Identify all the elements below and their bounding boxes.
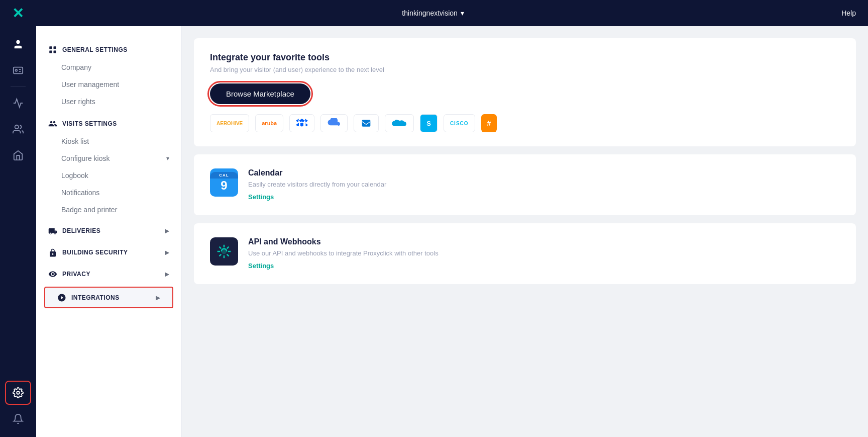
api-title: API and Webhooks (248, 237, 439, 246)
sidebar-item-kiosk-list[interactable]: Kiosk list (36, 133, 181, 150)
sidebar-item-user-management[interactable]: User management (36, 76, 181, 93)
api-webhooks-card: API and Webhooks Use our API and webhook… (194, 223, 856, 284)
privacy-arrow: ▶ (165, 271, 169, 278)
svg-point-2 (16, 69, 18, 71)
sidebar-item-logbook[interactable]: Logbook (36, 167, 181, 184)
calendar-desc: Easily create visitors directly from you… (248, 181, 386, 188)
browse-marketplace-button[interactable]: Browse Marketplace (210, 83, 310, 104)
integrate-title: Integrate your favorite tools (210, 52, 840, 63)
privacy-left: PRIVACY (48, 270, 90, 279)
svg-point-0 (16, 40, 20, 44)
svg-rect-8 (54, 51, 56, 53)
svg-rect-5 (49, 47, 52, 49)
privacy-label: PRIVACY (62, 271, 90, 278)
section-visits-settings: VISITS SETTINGS (36, 114, 181, 133)
skype-text: S (426, 120, 431, 127)
calendar-title: Calendar (248, 168, 386, 178)
section-general-settings: GENERAL SETTINGS (36, 40, 181, 59)
sidebar-item-user-rights[interactable]: User rights (36, 93, 181, 110)
main-layout: GENERAL SETTINGS Company User management… (0, 26, 868, 437)
calendar-settings-link[interactable]: Settings (248, 193, 274, 201)
integrations-label: INTEGRATIONS (71, 294, 120, 301)
sidebar-item-company[interactable]: Company (36, 59, 181, 76)
api-info: API and Webhooks Use our API and webhook… (248, 237, 439, 270)
visits-settings-icon (48, 118, 57, 129)
logo-salesforce (385, 114, 414, 132)
api-settings-link[interactable]: Settings (248, 262, 274, 270)
salesforce-svg (391, 118, 407, 128)
sidebar-item-id-card[interactable] (5, 58, 31, 82)
svg-point-4 (17, 391, 20, 394)
sidebar-item-notifications[interactable]: Notifications (36, 184, 181, 201)
section-deliveries[interactable]: DELIVERIES ▶ (36, 222, 181, 240)
calendar-card: CAL 9 Calendar Easily create visitors di… (194, 154, 856, 215)
integrate-subtitle: And bring your visitor (and user) experi… (210, 66, 840, 73)
chevron-down-icon: ▾ (461, 9, 464, 17)
glip-text: # (487, 119, 491, 127)
calendar-info: Calendar Easily create visitors directly… (248, 168, 386, 201)
logo-cisco: CISCO (444, 114, 475, 132)
logo-aruba: aruba (255, 114, 283, 132)
integrations-left: INTEGRATIONS (57, 293, 120, 302)
configure-kiosk-arrow: ▾ (166, 155, 169, 162)
help-link[interactable]: Help (841, 9, 856, 17)
outlook-svg (360, 118, 372, 128)
deliveries-arrow: ▶ (165, 227, 169, 234)
section-integrations[interactable]: INTEGRATIONS ▶ (44, 287, 173, 308)
svg-point-3 (15, 125, 19, 129)
svg-rect-7 (49, 51, 52, 53)
settings-sidebar: GENERAL SETTINGS Company User management… (36, 26, 182, 437)
building-security-left: BUILDING SECURITY (48, 248, 128, 257)
calendar-icon-top: CAL (210, 172, 238, 179)
logo-dropbox (289, 114, 314, 132)
calendar-icon-number: 9 (221, 179, 227, 193)
svg-rect-6 (54, 47, 56, 49)
icon-sidebar (0, 26, 36, 437)
section-privacy[interactable]: PRIVACY ▶ (36, 266, 181, 283)
sidebar-item-reports[interactable] (5, 143, 31, 167)
sidebar-item-users[interactable] (5, 117, 31, 141)
deliveries-label: DELIVERIES (62, 227, 100, 234)
logo-icon: ✕ (12, 5, 24, 22)
logo-aerohive: AEROHIVE (210, 114, 249, 132)
logo[interactable]: ✕ (12, 5, 25, 22)
section-visits-settings-label: VISITS SETTINGS (62, 120, 117, 127)
api-icon (210, 237, 238, 266)
calendar-icon: CAL 9 (210, 168, 238, 197)
sidebar-bottom (5, 381, 31, 431)
sidebar-item-analytics[interactable] (5, 91, 31, 115)
company-switcher[interactable]: thinkingnextvision ▾ (402, 9, 464, 17)
sidebar-item-settings[interactable] (5, 381, 31, 405)
building-security-icon (48, 248, 57, 257)
logo-cloud (320, 114, 348, 132)
integration-logos: AEROHIVE aruba (210, 114, 840, 132)
sidebar-item-badge-printer[interactable]: Badge and printer (36, 201, 181, 218)
sidebar-item-alerts[interactable] (5, 407, 31, 431)
sidebar-divider (11, 86, 26, 87)
building-security-label: BUILDING SECURITY (62, 249, 128, 256)
aerohive-text: AEROHIVE (216, 121, 243, 126)
privacy-icon (48, 270, 57, 279)
sidebar-item-visitors[interactable] (5, 32, 31, 56)
svg-rect-9 (362, 120, 371, 126)
logo-glip: # (481, 114, 497, 132)
cloud-svg (327, 118, 341, 128)
section-general-settings-label: GENERAL SETTINGS (62, 46, 128, 53)
company-name: thinkingnextvision (402, 9, 458, 17)
sidebar-item-configure-kiosk[interactable]: Configure kiosk ▾ (36, 150, 181, 167)
configure-kiosk-label: Configure kiosk (61, 154, 110, 162)
topbar: ✕ thinkingnextvision ▾ Help (0, 0, 868, 26)
api-integration: API and Webhooks Use our API and webhook… (210, 237, 840, 270)
cisco-text: CISCO (450, 121, 469, 126)
logo-outlook (354, 114, 379, 132)
integrations-icon (57, 293, 66, 302)
main-content: Integrate your favorite tools And bring … (182, 26, 868, 437)
api-svg-icon (216, 243, 232, 259)
aruba-text: aruba (262, 120, 277, 126)
dropbox-svg (296, 118, 308, 128)
general-settings-icon (48, 44, 57, 55)
integrations-arrow: ▶ (156, 294, 160, 301)
calendar-integration: CAL 9 Calendar Easily create visitors di… (210, 168, 840, 201)
section-building-security[interactable]: BUILDING SECURITY ▶ (36, 244, 181, 261)
logo-skype: S (420, 114, 438, 132)
